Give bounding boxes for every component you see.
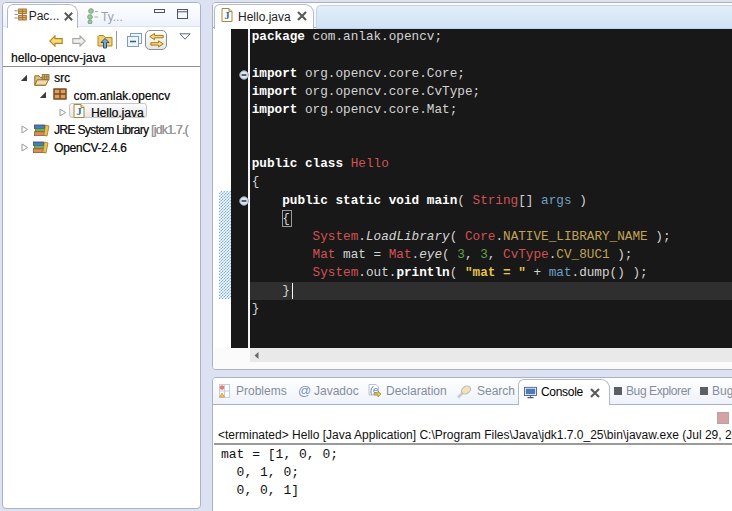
svg-text:J: J [224, 9, 230, 21]
svg-text:J: J [77, 105, 83, 117]
